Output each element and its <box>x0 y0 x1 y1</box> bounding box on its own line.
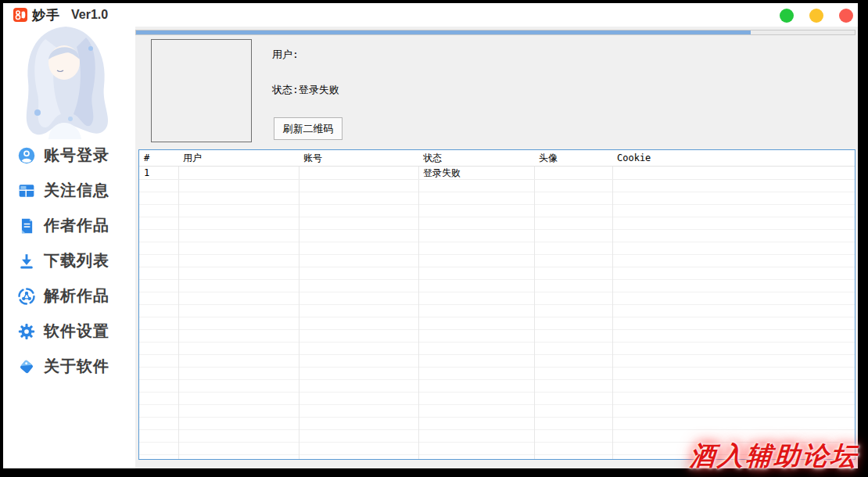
document-icon <box>18 217 35 235</box>
cell-account <box>299 167 418 179</box>
sidebar-item-author-works[interactable]: 作者作品 <box>3 208 135 243</box>
sidebar: 账号登录 关注信息 <box>3 27 135 468</box>
grid-line <box>299 150 299 459</box>
cell-avatar <box>534 167 612 179</box>
window-control-yellow[interactable] <box>809 9 823 23</box>
share-hub-icon <box>18 288 35 305</box>
cell-index: 1 <box>139 167 178 179</box>
tag-icon <box>18 358 35 375</box>
download-icon <box>18 253 35 270</box>
content-area: 用户: 状态:登录失败 刷新二维码 # 用户 账号 状态 头像 Cookie 1 <box>135 27 858 468</box>
window-control-red[interactable] <box>839 9 853 23</box>
empty-rows-grid <box>139 180 855 459</box>
table-header: # 用户 账号 状态 头像 Cookie <box>139 150 855 167</box>
sidebar-item-label: 下载列表 <box>44 250 109 271</box>
grid-line <box>534 150 535 459</box>
user-circle-icon <box>18 147 35 164</box>
accounts-table: # 用户 账号 状态 头像 Cookie 1 登录失败 <box>138 149 855 460</box>
grid-line <box>612 150 613 459</box>
sidebar-menu: 账号登录 关注信息 <box>3 138 135 384</box>
sidebar-item-settings[interactable]: 软件设置 <box>3 314 135 349</box>
watermark: 酒入辅助论坛 <box>688 439 859 474</box>
cell-status: 登录失败 <box>418 167 534 179</box>
user-label: 用户: <box>272 48 299 62</box>
titlebar: 妙手 Ver1.0 <box>3 3 858 27</box>
sidebar-item-label: 作者作品 <box>44 215 109 236</box>
sidebar-item-label: 软件设置 <box>44 321 109 342</box>
app-window: 妙手 Ver1.0 <box>3 3 858 468</box>
sidebar-item-parse-works[interactable]: 解析作品 <box>3 278 135 314</box>
cell-cookie <box>612 167 855 179</box>
qr-code-box <box>151 39 252 142</box>
status-label: 状态:登录失败 <box>272 83 339 97</box>
refresh-qrcode-button[interactable]: 刷新二维码 <box>274 117 343 140</box>
grid-line <box>178 150 179 459</box>
app-version: Ver1.0 <box>71 8 108 22</box>
sidebar-item-follow-info[interactable]: 关注信息 <box>3 173 135 208</box>
col-header-index[interactable]: # <box>139 150 178 166</box>
sidebar-item-label: 解析作品 <box>44 285 109 307</box>
gear-icon <box>18 323 35 340</box>
col-header-user[interactable]: 用户 <box>178 150 299 166</box>
grid-line <box>418 150 419 459</box>
sidebar-item-label: 账号登录 <box>44 145 109 166</box>
col-header-status[interactable]: 状态 <box>418 150 534 166</box>
sidebar-item-label: 关于软件 <box>44 356 109 377</box>
sidebar-item-label: 关注信息 <box>44 180 109 201</box>
panel-icon <box>18 182 35 199</box>
sidebar-item-download-list[interactable]: 下载列表 <box>3 243 135 278</box>
sidebar-item-account-login[interactable]: 账号登录 <box>3 138 135 173</box>
scrollbar-thumb[interactable] <box>136 30 751 34</box>
kuaishou-logo-icon <box>13 8 27 22</box>
col-header-avatar[interactable]: 头像 <box>534 150 612 166</box>
col-header-account[interactable]: 账号 <box>299 150 418 166</box>
window-controls <box>780 9 853 23</box>
horizontal-scrollbar[interactable] <box>135 30 855 35</box>
sidebar-item-about[interactable]: 关于软件 <box>3 349 135 384</box>
avatar-illustration <box>14 22 117 141</box>
cell-user <box>178 167 299 179</box>
col-header-cookie[interactable]: Cookie <box>612 150 855 166</box>
window-control-green[interactable] <box>780 9 794 23</box>
table-row[interactable]: 1 登录失败 <box>139 167 855 180</box>
